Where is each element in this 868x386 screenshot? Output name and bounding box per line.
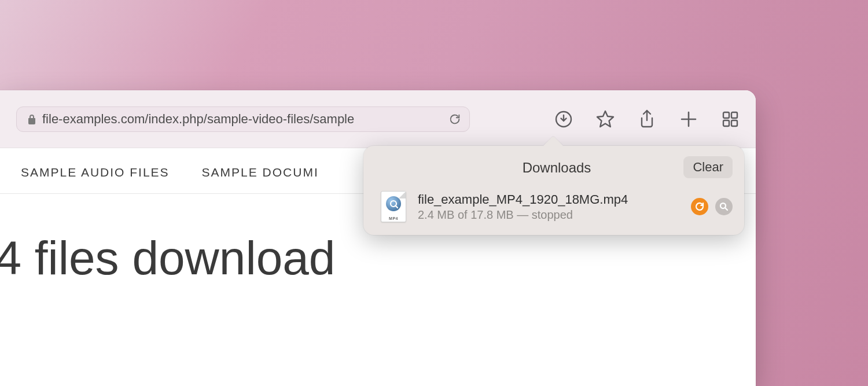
reveal-in-finder-button[interactable] (715, 198, 733, 215)
download-status: 2.4 MB of 17.8 MB — stopped (418, 208, 679, 222)
bookmark-star-icon[interactable] (595, 109, 616, 130)
url-text: file-examples.com/index.php/sample-video… (42, 112, 448, 127)
svg-rect-3 (723, 120, 729, 126)
svg-rect-2 (731, 112, 737, 118)
download-text: file_example_MP4_1920_18MG.mp4 2.4 MB of… (418, 192, 679, 222)
quicktime-icon (386, 196, 401, 211)
download-item[interactable]: MP4 file_example_MP4_1920_18MG.mp4 2.4 M… (381, 191, 733, 222)
nav-item-documents[interactable]: SAMPLE DOCUMI (202, 166, 319, 179)
popover-header: Downloads Clear (381, 157, 733, 178)
downloads-popover: Downloads Clear MP4 file_example_MP4_192… (363, 146, 744, 235)
browser-window: file-examples.com/index.php/sample-video… (0, 90, 756, 386)
reload-icon[interactable] (448, 113, 461, 126)
file-extension-badge: MP4 (389, 216, 398, 220)
new-tab-plus-icon[interactable] (678, 109, 699, 130)
address-bar[interactable]: file-examples.com/index.php/sample-video… (16, 106, 470, 132)
retry-download-button[interactable] (691, 198, 708, 215)
lock-icon (27, 113, 36, 125)
popover-title: Downloads (523, 160, 591, 176)
svg-rect-4 (731, 120, 737, 126)
download-filename: file_example_MP4_1920_18MG.mp4 (418, 192, 679, 207)
share-icon[interactable] (637, 109, 657, 130)
nav-item-audio[interactable]: SAMPLE AUDIO FILES (21, 166, 170, 179)
download-actions (691, 198, 733, 215)
tab-overview-icon[interactable] (720, 109, 741, 130)
downloads-icon[interactable] (553, 109, 574, 130)
clear-button[interactable]: Clear (683, 156, 733, 178)
svg-rect-1 (723, 112, 729, 118)
browser-toolbar: file-examples.com/index.php/sample-video… (0, 90, 756, 148)
file-type-icon: MP4 (381, 191, 406, 222)
toolbar-actions (553, 104, 741, 134)
